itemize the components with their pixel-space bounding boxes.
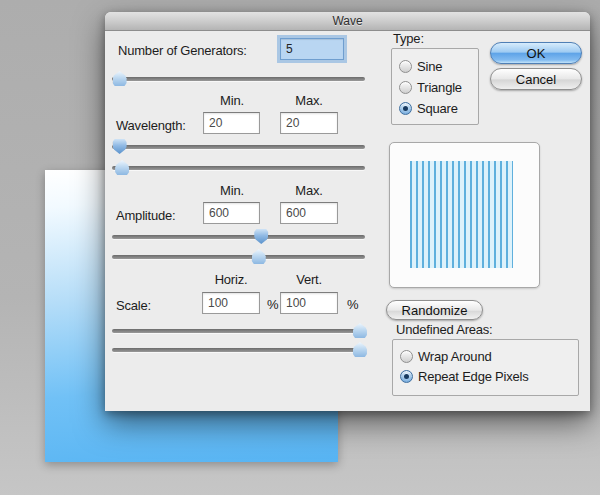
slider-thumb[interactable]: [115, 160, 129, 175]
wavelength-min-slider[interactable]: [112, 139, 365, 155]
scale-horiz-input[interactable]: 100: [202, 292, 260, 314]
amplitude-max-header: Max.: [280, 183, 338, 198]
amplitude-max-slider[interactable]: [112, 249, 365, 265]
cancel-button[interactable]: Cancel: [490, 68, 582, 90]
scale-vert-header: Vert.: [280, 272, 338, 287]
radio-square[interactable]: [399, 102, 412, 115]
radio-sine[interactable]: [399, 60, 412, 73]
slider-thumb[interactable]: [252, 249, 266, 264]
scale-horiz-slider[interactable]: [112, 323, 365, 339]
slider-track: [112, 77, 365, 81]
radio-sine-label: Sine: [417, 59, 442, 74]
wavelength-min-input[interactable]: 20: [203, 112, 260, 134]
slider-thumb[interactable]: [254, 229, 268, 244]
slider-track: [112, 145, 365, 149]
slider-thumb[interactable]: [353, 323, 367, 338]
generators-slider[interactable]: [112, 71, 365, 87]
slider-thumb[interactable]: [113, 139, 127, 154]
radio-row-sine[interactable]: Sine: [399, 57, 442, 75]
radio-row-wrap-around[interactable]: Wrap Around: [400, 347, 491, 365]
generators-input[interactable]: 5: [280, 38, 344, 60]
radio-row-triangle[interactable]: Triangle: [399, 78, 462, 96]
radio-square-label: Square: [417, 101, 458, 116]
generators-label: Number of Generators:: [118, 43, 247, 58]
radio-wrap-around[interactable]: [400, 350, 413, 363]
amplitude-min-header: Min.: [203, 183, 261, 198]
type-label: Type:: [393, 31, 424, 46]
wave-preview-pattern: [410, 161, 513, 268]
slider-track: [112, 166, 365, 170]
type-groupbox: Sine Triangle Square: [391, 48, 479, 125]
amplitude-min-slider[interactable]: [112, 229, 365, 245]
radio-row-repeat-edge[interactable]: Repeat Edge Pixels: [400, 367, 529, 385]
wave-preview-box: [389, 142, 540, 288]
scale-vert-input[interactable]: 100: [280, 292, 338, 314]
amplitude-min-input[interactable]: 600: [203, 202, 260, 224]
wavelength-max-header: Max.: [280, 93, 338, 108]
wavelength-max-input[interactable]: 20: [280, 112, 338, 134]
slider-track: [112, 235, 365, 239]
slider-track: [112, 329, 365, 333]
scale-horiz-percent: %: [267, 297, 279, 312]
radio-triangle-label: Triangle: [417, 80, 462, 95]
wavelength-label: Wavelength:: [116, 118, 186, 133]
dialog-titlebar[interactable]: Wave: [105, 12, 590, 31]
amplitude-max-input[interactable]: 600: [280, 202, 338, 224]
scale-horiz-header: Horiz.: [202, 272, 260, 287]
radio-repeat-edge-label: Repeat Edge Pixels: [418, 369, 529, 384]
wavelength-max-slider[interactable]: [112, 160, 365, 176]
undefined-areas-label: Undefined Areas:: [396, 322, 493, 337]
radio-wrap-around-label: Wrap Around: [418, 349, 491, 364]
dialog-title: Wave: [332, 14, 362, 28]
ok-button[interactable]: OK: [490, 42, 582, 64]
wavelength-min-header: Min.: [203, 93, 261, 108]
undefined-areas-groupbox: Wrap Around Repeat Edge Pixels: [392, 339, 579, 396]
slider-track: [112, 348, 365, 352]
radio-repeat-edge[interactable]: [400, 370, 413, 383]
scale-vert-percent: %: [347, 297, 359, 312]
radio-row-square[interactable]: Square: [399, 99, 458, 117]
slider-thumb[interactable]: [353, 342, 367, 357]
radio-triangle[interactable]: [399, 81, 412, 94]
slider-thumb[interactable]: [113, 71, 127, 86]
amplitude-label: Amplitude:: [116, 208, 175, 223]
scale-label: Scale:: [116, 298, 151, 313]
scale-vert-slider[interactable]: [112, 342, 365, 358]
wave-dialog: Wave Number of Generators: 5 Type: Sine …: [105, 12, 590, 411]
randomize-button[interactable]: Randomize: [386, 300, 483, 320]
slider-track: [112, 255, 365, 259]
